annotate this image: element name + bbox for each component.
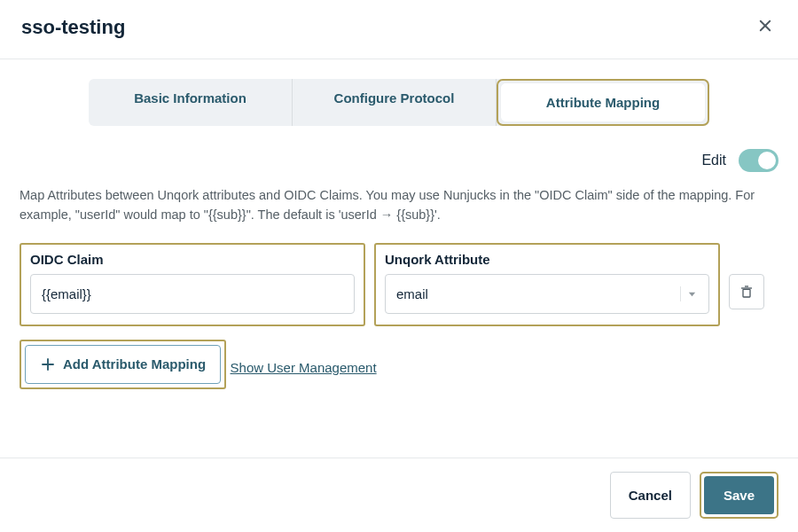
tabs-container: Basic Information Configure Protocol Att… — [0, 59, 798, 126]
main-content: Edit Map Attributes between Unqork attri… — [0, 126, 798, 389]
highlight-add-attribute-mapping: Add Attribute Mapping — [20, 340, 226, 389]
modal-header: sso-testing — [0, 0, 798, 59]
unqork-attribute-select[interactable]: email — [385, 274, 709, 314]
edit-label: Edit — [701, 153, 726, 168]
unqork-attribute-value: email — [396, 286, 428, 301]
highlight-tab-attribute-mapping: Attribute Mapping — [497, 79, 709, 126]
edit-toggle-row: Edit — [20, 126, 778, 186]
save-button[interactable]: Save — [704, 476, 774, 514]
tab-attribute-mapping[interactable]: Attribute Mapping — [501, 83, 705, 121]
highlight-unqork-attribute-field: Unqork Attribute email — [374, 243, 720, 326]
mapping-row: OIDC Claim Unqork Attribute email — [20, 243, 778, 326]
close-button[interactable] — [754, 14, 777, 41]
oidc-claim-input[interactable] — [30, 274, 355, 314]
tabs: Basic Information Configure Protocol Att… — [89, 79, 709, 126]
mapping-description: Map Attributes between Unqork attributes… — [20, 186, 778, 225]
highlight-save-button: Save — [700, 472, 778, 519]
footer: Cancel Save — [0, 458, 798, 532]
unqork-attribute-label: Unqork Attribute — [385, 252, 709, 267]
add-attribute-mapping-label: Add Attribute Mapping — [63, 356, 206, 372]
toggle-knob — [758, 152, 776, 169]
close-icon — [757, 18, 773, 34]
trash-icon — [739, 285, 754, 299]
add-attribute-mapping-button[interactable]: Add Attribute Mapping — [25, 345, 221, 384]
plus-icon — [40, 356, 56, 372]
tab-basic-information[interactable]: Basic Information — [89, 79, 293, 126]
page-title: sso-testing — [21, 16, 125, 39]
tab-configure-protocol[interactable]: Configure Protocol — [293, 79, 497, 126]
delete-row-button[interactable] — [729, 274, 764, 309]
svg-marker-2 — [689, 292, 695, 296]
oidc-claim-label: OIDC Claim — [30, 252, 355, 267]
select-caret-wrap — [680, 286, 703, 301]
edit-toggle[interactable] — [739, 149, 778, 172]
highlight-oidc-claim-field: OIDC Claim — [20, 243, 365, 326]
show-user-management-link[interactable]: Show User Management — [231, 360, 377, 375]
svg-rect-3 — [743, 289, 750, 297]
cancel-button[interactable]: Cancel — [610, 472, 691, 519]
chevron-down-icon — [687, 289, 697, 299]
